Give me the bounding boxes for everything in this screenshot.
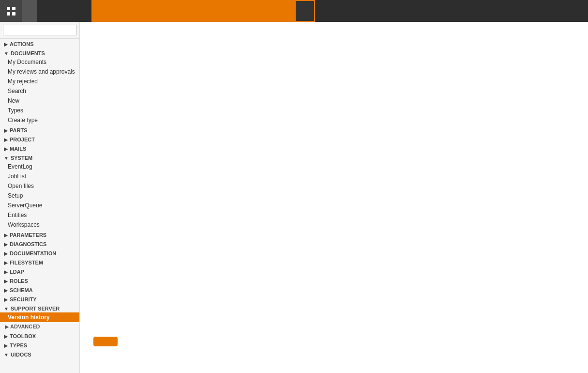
- sidebar-section-mails[interactable]: ▶ MAILS: [0, 143, 79, 153]
- content-area: [80, 22, 588, 373]
- section-mails-label: MAILS: [10, 146, 26, 152]
- svg-rect-1: [12, 7, 15, 10]
- section-schema-label: SCHEMA: [10, 287, 33, 293]
- section-toolbox-label: TOOLBOX: [10, 333, 36, 339]
- sidebar-section-roles[interactable]: ▶ ROLES: [0, 276, 79, 285]
- caret-icon: ▶: [4, 42, 8, 47]
- sidebar-section-documentation[interactable]: ▶ DOCUMENTATION: [0, 248, 79, 257]
- sidebar-item-search[interactable]: Search: [0, 86, 79, 96]
- sidebar-section-actions[interactable]: ▶ ACTIONS: [0, 39, 79, 48]
- sidebar-section-documents[interactable]: ▼ DOCUMENTS: [0, 48, 79, 57]
- caret-icon: ▶: [4, 128, 8, 133]
- caret-icon: ▶: [4, 269, 8, 275]
- section-parts-label: PARTS: [10, 127, 27, 133]
- sidebar-item-joblist[interactable]: JobList: [0, 171, 79, 181]
- caret-icon: ▶: [4, 297, 8, 302]
- section-uidocs-label: UIDOCS: [11, 352, 31, 357]
- sidebar-section-uidocs[interactable]: ▼ UIDOCS: [0, 349, 79, 358]
- sidebar-section-support-server[interactable]: ▼ SUPPORT SERVER: [0, 303, 79, 312]
- sidebar-section-filesystem[interactable]: ▶ FILESYSTEM: [0, 257, 79, 266]
- refresh-button[interactable]: [37, 0, 51, 22]
- sidebar-item-serverqueue[interactable]: ServerQueue: [0, 201, 79, 210]
- section-parameters-label: PARAMETERS: [10, 232, 46, 238]
- section-support-server-label: SUPPORT SERVER: [11, 306, 60, 311]
- svg-rect-3: [12, 12, 15, 16]
- sidebar-item-my-rejected[interactable]: My rejected: [0, 77, 79, 86]
- sidebar-section-parameters[interactable]: ▶ PARAMETERS: [0, 230, 79, 239]
- viewas-label: [315, 0, 329, 22]
- sidebar-item-version-history[interactable]: Version history: [0, 312, 79, 322]
- svg-rect-2: [7, 12, 10, 16]
- section-security-label: SECURITY: [10, 296, 37, 302]
- sidebar-section-schema[interactable]: ▶ SCHEMA: [0, 285, 79, 294]
- system-button[interactable]: [64, 0, 78, 22]
- sidebar-section-parts[interactable]: ▶ PARTS: [0, 125, 79, 134]
- mail-button[interactable]: [51, 0, 64, 22]
- sidebar-item-setup[interactable]: Setup: [0, 191, 79, 201]
- section-ldap-label: LDAP: [10, 269, 24, 275]
- section-roles-label: ROLES: [10, 278, 28, 284]
- sidebar-section-diagnostics[interactable]: ▶ DIAGNOSTICS: [0, 239, 79, 248]
- advanced-label: ADVANCED: [10, 324, 40, 329]
- svg-rect-0: [7, 7, 10, 10]
- grid-icon[interactable]: [0, 0, 22, 22]
- caret-icon: ▶: [4, 334, 8, 339]
- caret-icon: ▶: [4, 251, 8, 256]
- caret-icon: ▼: [4, 352, 9, 357]
- caret-icon: ▶: [4, 260, 8, 265]
- sidebar-item-eventlog[interactable]: EventLog: [0, 162, 79, 171]
- sidebar-item-advanced[interactable]: ▶ ADVANCED: [0, 322, 79, 331]
- caret-icon: ▶: [5, 324, 9, 329]
- caret-icon: ▼: [4, 306, 9, 311]
- section-diagnostics-label: DIAGNOSTICS: [10, 241, 46, 247]
- reset-button[interactable]: [78, 0, 91, 22]
- sidebar-item-my-reviews[interactable]: My reviews and approvals: [0, 67, 79, 77]
- caret-icon: ▼: [4, 51, 9, 56]
- sidebar-item-open-files[interactable]: Open files: [0, 181, 79, 191]
- caret-icon: ▼: [4, 155, 9, 161]
- sidebar-item-workspaces[interactable]: Workspaces: [0, 220, 79, 230]
- sidebar-section-types[interactable]: ▶ TYPES: [0, 340, 79, 349]
- user-level-dropdown[interactable]: [295, 0, 315, 22]
- run-as-admin-button[interactable]: [91, 0, 295, 22]
- sidebar-item-create-type[interactable]: Create type: [0, 115, 79, 125]
- caret-icon: ▶: [4, 242, 8, 247]
- sidebar-item-entities[interactable]: Entities: [0, 210, 79, 220]
- sidebar-section-toolbox[interactable]: ▶ TOOLBOX: [0, 331, 79, 340]
- sidebar-item-my-documents[interactable]: My Documents: [0, 57, 79, 67]
- section-documentation-label: DOCUMENTATION: [10, 250, 56, 256]
- search-input[interactable]: [3, 25, 76, 35]
- toolbar: [0, 0, 588, 22]
- sidebar-section-system[interactable]: ▼ SYSTEM: [0, 153, 79, 162]
- caret-icon: ▶: [4, 146, 8, 152]
- caret-icon: ▶: [4, 343, 8, 348]
- main-layout: ▶ ACTIONS ▼ DOCUMENTS My Documents My re…: [0, 22, 588, 373]
- caret-icon: ▶: [4, 288, 8, 293]
- section-system-label: SYSTEM: [11, 155, 32, 161]
- sidebar-search-container: [0, 22, 79, 39]
- section-actions-label: ACTIONS: [10, 41, 34, 47]
- sidebar-section-ldap[interactable]: ▶ LDAP: [0, 266, 79, 276]
- section-project-label: PROJECT: [10, 137, 35, 142]
- caret-icon: ▶: [4, 137, 8, 142]
- caret-icon: ▶: [4, 279, 8, 284]
- sidebar-item-types[interactable]: Types: [0, 106, 79, 115]
- section-documents-label: DOCUMENTS: [11, 50, 45, 56]
- home-button[interactable]: [22, 0, 37, 22]
- section-types-label: TYPES: [10, 342, 27, 348]
- caret-icon: ▶: [4, 233, 8, 238]
- sidebar-section-security[interactable]: ▶ SECURITY: [0, 294, 79, 303]
- section-filesystem-label: FILESYSTEM: [10, 260, 43, 265]
- sidebar-item-new[interactable]: New: [0, 96, 79, 106]
- sidebar-section-project[interactable]: ▶ PROJECT: [0, 134, 79, 143]
- navigate-callout-bubble: [93, 337, 118, 346]
- sidebar: ▶ ACTIONS ▼ DOCUMENTS My Documents My re…: [0, 22, 80, 373]
